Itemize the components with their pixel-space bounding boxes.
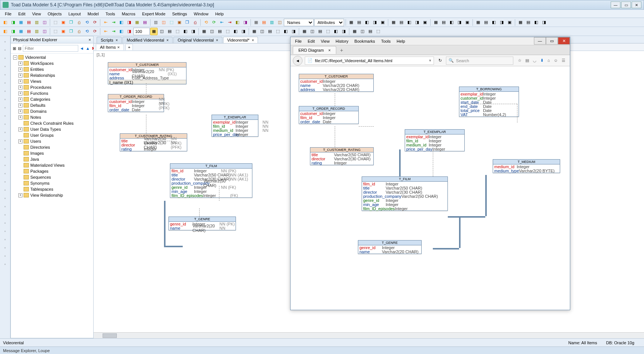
toolbar-button[interactable]: ▦ [301, 28, 308, 35]
toolbar-button[interactable]: ▤ [440, 19, 447, 26]
toolbar-button[interactable]: ◨ [242, 19, 249, 26]
toolbar-button[interactable]: ◫ [208, 28, 216, 35]
toolbar-button[interactable]: ▣ [464, 19, 471, 26]
toolbar-button[interactable]: ⬚ [224, 28, 231, 35]
tree-node-check-constraint-rules[interactable]: Check Constraint Rules [12, 120, 92, 126]
tree-toggle-icon[interactable]: + [18, 97, 22, 102]
tree-node-users[interactable]: +Users [12, 138, 92, 144]
canvas-h-scrollbar[interactable] [94, 332, 644, 338]
arrow-up-icon[interactable]: ▲ [85, 45, 90, 52]
scrollbar-thumb[interactable] [103, 333, 117, 338]
toolbar-button[interactable]: ◨ [189, 28, 197, 35]
toolbar-button[interactable]: ◫ [309, 28, 316, 35]
browser-tab[interactable]: ERD Diagram × [293, 46, 336, 54]
toolbar-button[interactable]: ▤ [216, 28, 224, 35]
toolbar-button[interactable]: ⬚ [374, 28, 382, 35]
edge-button[interactable]: ▫ [2, 252, 9, 259]
toolbar-button[interactable]: ▤ [141, 19, 149, 26]
toolbar-button[interactable]: ◨ [290, 28, 297, 35]
tree-node-synonyms[interactable]: Synonyms [12, 180, 92, 186]
toolbar-button[interactable]: ◨ [240, 28, 247, 35]
toolbar-button[interactable]: ◧ [490, 19, 498, 26]
menu-model[interactable]: Model [84, 11, 102, 17]
toolbar-button[interactable]: ◨ [340, 28, 347, 35]
toolbar-button[interactable]: ◨ [371, 19, 379, 26]
toolbar-button[interactable]: ⎙ [191, 19, 199, 26]
erd-table-t_borrowing[interactable]: T_BORROWINGexemplar_idIntegercustomer_id… [459, 87, 519, 117]
toolbar-button[interactable]: ⟲ [202, 19, 210, 26]
erd-table-t_customer[interactable]: T_CUSTOMERcustomer_idIntegernameVarchar2… [299, 74, 374, 92]
toolbar-button[interactable]: ⇤ [102, 28, 109, 35]
new-tab-button[interactable]: + [336, 46, 347, 55]
toolbar-button[interactable]: ▦ [17, 28, 25, 35]
zoom-input[interactable] [133, 28, 150, 35]
edge-button[interactable]: ▫ [2, 46, 9, 53]
toolbar-button[interactable]: ▤ [25, 19, 33, 26]
tree-node-materialized-views[interactable]: Materialized Views [12, 162, 92, 168]
edge-button[interactable]: ▫ [2, 137, 9, 144]
erd-table-t_order_record[interactable]: T_ORDER_RECORDcustomer_idIntegerfilm_idI… [299, 106, 359, 124]
maximize-button[interactable]: ▭ [621, 1, 631, 8]
browser-menu-tools[interactable]: Tools [378, 38, 394, 44]
toolbar-button[interactable]: ▦ [351, 28, 358, 35]
pocket-icon[interactable]: ◡ [533, 58, 537, 63]
toolbar-button[interactable]: ▣ [379, 19, 386, 26]
doctab-videorental-[interactable]: Videorental*× [223, 37, 258, 43]
edge-button[interactable]: ▫ [2, 71, 9, 78]
toolbar-button[interactable]: ▦ [200, 28, 208, 35]
tree-toggle-icon[interactable]: + [18, 73, 22, 78]
menu-tools[interactable]: Tools [102, 11, 119, 17]
toolbar-button[interactable]: ◧ [118, 28, 125, 35]
edge-button[interactable]: ▫ [2, 203, 9, 210]
browser-menu-edit[interactable]: Edit [305, 38, 318, 44]
toolbar-button[interactable]: ⬚ [274, 28, 282, 35]
chat-icon[interactable]: ☺ [554, 58, 558, 63]
tree-collapse-icon[interactable]: ⊟ [18, 45, 22, 52]
tree-toggle-icon[interactable]: − [13, 55, 17, 60]
toolbar-button[interactable]: ▥ [152, 19, 160, 26]
tree-node-functions[interactable]: +Functions [12, 90, 92, 96]
explorer-close-icon[interactable]: × [89, 37, 91, 42]
reload-icon[interactable]: ↻ [436, 57, 444, 64]
edge-button[interactable]: ▫ [2, 220, 9, 226]
doctab-modified-videorental[interactable]: Modified Videorental× [122, 37, 173, 43]
tree-expand-icon[interactable]: ⊞ [12, 45, 16, 52]
tree-node-java[interactable]: Java [12, 156, 92, 162]
toolbar-button[interactable]: ◨ [456, 19, 463, 26]
browser-search[interactable]: 🔍 Search [446, 57, 513, 65]
edge-button[interactable]: ▫ [2, 228, 9, 235]
toolbar-button[interactable]: ▦ [390, 19, 397, 26]
erd-table-t_genre[interactable]: T_GENREgenre_idIntegernameVarchar2(20 CH… [358, 240, 422, 254]
tree-node-user-groups[interactable]: User Groups [12, 132, 92, 138]
toolbar-button[interactable]: ◫ [258, 28, 266, 35]
browser-content[interactable]: T_CUSTOMERcustomer_idIntegernameVarchar2… [291, 66, 570, 310]
toolbar-button[interactable]: ◧ [232, 28, 239, 35]
toolbar-button[interactable]: ⟲ [83, 28, 91, 35]
toolbar-button[interactable]: ⇥ [226, 19, 233, 26]
tree-node-user-data-types[interactable]: +User Data Types [12, 126, 92, 132]
toolbar-button[interactable]: ◫ [359, 28, 366, 35]
toolbar-button[interactable]: ⎙ [75, 28, 83, 35]
tree-node-view-relationship[interactable]: +View Relationship [12, 192, 92, 198]
tree-node-domains[interactable]: +Domains [12, 108, 92, 114]
toolbar-button[interactable]: ▥ [268, 19, 276, 26]
toolbar-button[interactable]: ◧ [234, 19, 241, 26]
close-icon[interactable]: × [216, 38, 218, 42]
tree-toggle-icon[interactable]: + [18, 103, 22, 108]
attributes-select[interactable]: Attributes [314, 19, 344, 26]
edge-button[interactable]: ▫ [2, 195, 9, 202]
list-icon[interactable]: ▤ [525, 58, 529, 63]
tree-root[interactable]: −Videorental [12, 54, 92, 60]
edge-button[interactable]: ▫ [2, 154, 9, 160]
home-icon[interactable]: ⌂ [547, 58, 550, 63]
toolbar-button[interactable]: ⇤ [218, 19, 225, 26]
erd-table-t_exemplar[interactable]: T_EXEMPLARexemplar_idIntegerfilm_idInteg… [405, 129, 465, 151]
menu-file[interactable]: File [1, 11, 15, 17]
tree-node-directories[interactable]: Directories [12, 144, 92, 150]
toolbar-button[interactable]: ◫ [41, 28, 48, 35]
toolbar-button[interactable]: ⟳ [91, 19, 98, 26]
erd-table-t_order_record[interactable]: T_ORDER_RECORDcustomer_idIntegerNN (PFK)… [108, 94, 164, 112]
menu-settings[interactable]: Settings [169, 11, 191, 17]
download-icon[interactable]: ⬇ [540, 58, 544, 63]
tree-toggle-icon[interactable]: + [18, 127, 22, 131]
